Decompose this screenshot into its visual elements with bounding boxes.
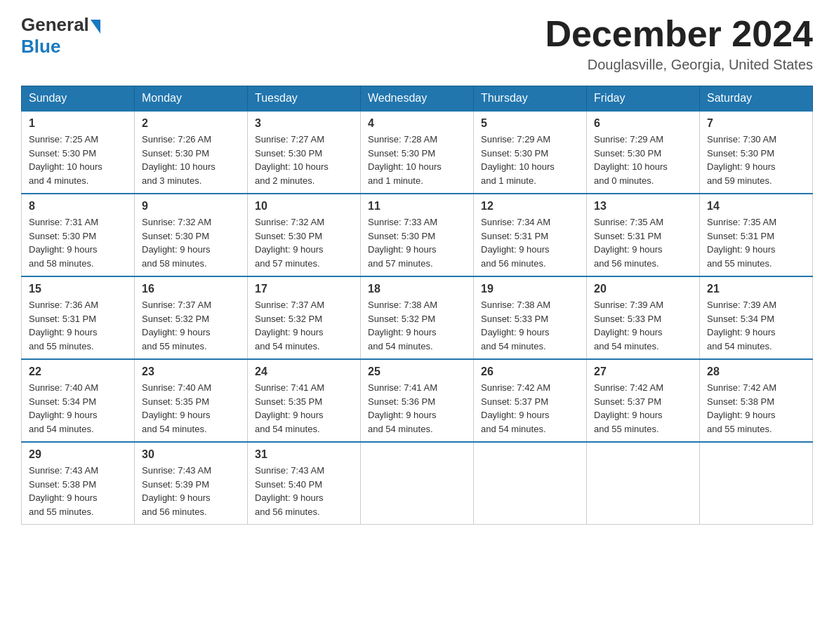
day-cell-23: 23Sunrise: 7:40 AMSunset: 5:35 PMDayligh… [135,359,248,442]
day-number: 13 [594,200,692,213]
day-info: Sunrise: 7:43 AMSunset: 5:40 PMDaylight:… [255,464,353,518]
day-number: 18 [368,283,466,295]
day-cell-7: 7Sunrise: 7:30 AMSunset: 5:30 PMDaylight… [700,111,813,194]
week-row-2: 8Sunrise: 7:31 AMSunset: 5:30 PMDaylight… [22,194,813,276]
day-cell-8: 8Sunrise: 7:31 AMSunset: 5:30 PMDaylight… [22,194,135,276]
day-number: 21 [707,283,805,295]
day-cell-13: 13Sunrise: 7:35 AMSunset: 5:31 PMDayligh… [587,194,700,276]
day-number: 30 [142,448,240,461]
day-number: 28 [707,365,805,378]
day-info: Sunrise: 7:37 AMSunset: 5:32 PMDaylight:… [255,298,353,353]
day-number: 12 [481,200,579,213]
day-cell-15: 15Sunrise: 7:36 AMSunset: 5:31 PMDayligh… [22,276,135,359]
day-number: 22 [29,365,127,378]
day-number: 24 [255,365,353,378]
day-cell-9: 9Sunrise: 7:32 AMSunset: 5:30 PMDaylight… [135,194,248,276]
logo-general-text: General [21,14,89,36]
day-info: Sunrise: 7:27 AMSunset: 5:30 PMDaylight:… [255,133,353,187]
day-number: 26 [481,365,579,378]
day-info: Sunrise: 7:35 AMSunset: 5:31 PMDaylight:… [707,215,805,270]
day-number: 4 [368,117,466,130]
day-number: 2 [142,117,240,130]
day-number: 6 [594,117,692,130]
day-info: Sunrise: 7:35 AMSunset: 5:31 PMDaylight:… [594,215,692,270]
day-cell-14: 14Sunrise: 7:35 AMSunset: 5:31 PMDayligh… [700,194,813,276]
day-info: Sunrise: 7:39 AMSunset: 5:33 PMDaylight:… [594,298,692,353]
day-cell-19: 19Sunrise: 7:38 AMSunset: 5:33 PMDayligh… [474,276,587,359]
calendar-table: SundayMondayTuesdayWednesdayThursdayFrid… [21,86,813,525]
day-number: 25 [368,365,466,378]
day-number: 16 [142,283,240,295]
day-cell-5: 5Sunrise: 7:29 AMSunset: 5:30 PMDaylight… [474,111,587,194]
day-cell-1: 1Sunrise: 7:25 AMSunset: 5:30 PMDaylight… [22,111,135,194]
week-row-5: 29Sunrise: 7:43 AMSunset: 5:38 PMDayligh… [22,442,813,525]
header-day-tuesday: Tuesday [248,86,361,112]
day-cell-3: 3Sunrise: 7:27 AMSunset: 5:30 PMDaylight… [248,111,361,194]
day-info: Sunrise: 7:43 AMSunset: 5:38 PMDaylight:… [29,464,127,518]
day-info: Sunrise: 7:38 AMSunset: 5:32 PMDaylight:… [368,298,466,353]
day-cell-22: 22Sunrise: 7:40 AMSunset: 5:34 PMDayligh… [22,359,135,442]
day-info: Sunrise: 7:26 AMSunset: 5:30 PMDaylight:… [142,133,240,187]
day-number: 19 [481,283,579,295]
day-cell-16: 16Sunrise: 7:37 AMSunset: 5:32 PMDayligh… [135,276,248,359]
day-info: Sunrise: 7:41 AMSunset: 5:35 PMDaylight:… [255,381,353,436]
day-info: Sunrise: 7:41 AMSunset: 5:36 PMDaylight:… [368,381,466,436]
day-cell-31: 31Sunrise: 7:43 AMSunset: 5:40 PMDayligh… [248,442,361,525]
day-cell-28: 28Sunrise: 7:42 AMSunset: 5:38 PMDayligh… [700,359,813,442]
day-number: 7 [707,117,805,130]
day-cell-29: 29Sunrise: 7:43 AMSunset: 5:38 PMDayligh… [22,442,135,525]
day-number: 29 [29,448,127,461]
logo-triangle-icon [91,20,100,34]
header-day-friday: Friday [587,86,700,112]
day-info: Sunrise: 7:42 AMSunset: 5:37 PMDaylight:… [594,381,692,436]
location-title: Douglasville, Georgia, United States [545,57,813,73]
day-info: Sunrise: 7:42 AMSunset: 5:38 PMDaylight:… [707,381,805,436]
day-cell-26: 26Sunrise: 7:42 AMSunset: 5:37 PMDayligh… [474,359,587,442]
logo-blue-text: Blue [21,36,100,58]
header-day-wednesday: Wednesday [361,86,474,112]
day-number: 20 [594,283,692,295]
day-number: 15 [29,283,127,295]
day-cell-25: 25Sunrise: 7:41 AMSunset: 5:36 PMDayligh… [361,359,474,442]
day-cell-12: 12Sunrise: 7:34 AMSunset: 5:31 PMDayligh… [474,194,587,276]
day-cell-24: 24Sunrise: 7:41 AMSunset: 5:35 PMDayligh… [248,359,361,442]
empty-cell [361,442,474,525]
day-cell-18: 18Sunrise: 7:38 AMSunset: 5:32 PMDayligh… [361,276,474,359]
day-info: Sunrise: 7:36 AMSunset: 5:31 PMDaylight:… [29,298,127,353]
day-info: Sunrise: 7:34 AMSunset: 5:31 PMDaylight:… [481,215,579,270]
day-info: Sunrise: 7:37 AMSunset: 5:32 PMDaylight:… [142,298,240,353]
day-number: 27 [594,365,692,378]
day-number: 31 [255,448,353,461]
day-info: Sunrise: 7:25 AMSunset: 5:30 PMDaylight:… [29,133,127,187]
day-number: 3 [255,117,353,130]
day-cell-20: 20Sunrise: 7:39 AMSunset: 5:33 PMDayligh… [587,276,700,359]
page-header: General Blue December 2024 Douglasville,… [21,14,813,73]
empty-cell [474,442,587,525]
title-section: December 2024 Douglasville, Georgia, Uni… [545,14,813,73]
month-title: December 2024 [545,14,813,54]
day-info: Sunrise: 7:40 AMSunset: 5:35 PMDaylight:… [142,381,240,436]
day-info: Sunrise: 7:30 AMSunset: 5:30 PMDaylight:… [707,133,805,187]
day-number: 17 [255,283,353,295]
week-row-4: 22Sunrise: 7:40 AMSunset: 5:34 PMDayligh… [22,359,813,442]
day-number: 8 [29,200,127,213]
day-number: 10 [255,200,353,213]
week-row-3: 15Sunrise: 7:36 AMSunset: 5:31 PMDayligh… [22,276,813,359]
day-info: Sunrise: 7:32 AMSunset: 5:30 PMDaylight:… [255,215,353,270]
logo: General Blue [21,14,100,58]
day-number: 5 [481,117,579,130]
day-info: Sunrise: 7:29 AMSunset: 5:30 PMDaylight:… [594,133,692,187]
header-day-monday: Monday [135,86,248,112]
day-info: Sunrise: 7:43 AMSunset: 5:39 PMDaylight:… [142,464,240,518]
day-info: Sunrise: 7:32 AMSunset: 5:30 PMDaylight:… [142,215,240,270]
day-info: Sunrise: 7:40 AMSunset: 5:34 PMDaylight:… [29,381,127,436]
day-info: Sunrise: 7:42 AMSunset: 5:37 PMDaylight:… [481,381,579,436]
header-day-sunday: Sunday [22,86,135,112]
day-info: Sunrise: 7:28 AMSunset: 5:30 PMDaylight:… [368,133,466,187]
day-info: Sunrise: 7:38 AMSunset: 5:33 PMDaylight:… [481,298,579,353]
day-number: 23 [142,365,240,378]
day-cell-2: 2Sunrise: 7:26 AMSunset: 5:30 PMDaylight… [135,111,248,194]
empty-cell [700,442,813,525]
day-info: Sunrise: 7:33 AMSunset: 5:30 PMDaylight:… [368,215,466,270]
header-day-thursday: Thursday [474,86,587,112]
